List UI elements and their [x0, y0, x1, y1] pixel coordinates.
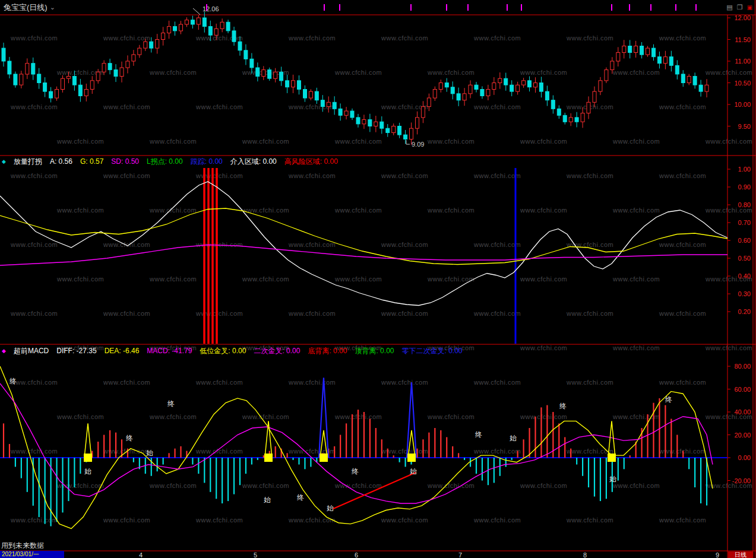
- indicator-marker-icon: ◆: [2, 348, 6, 354]
- axis-tick-label: 0.30: [729, 290, 751, 297]
- month-label[interactable]: 4: [139, 551, 143, 558]
- watermark: www.cfchi.com: [150, 275, 197, 283]
- watermark: www.cfchi.com: [289, 516, 336, 524]
- axis-tick-label: 0.80: [729, 201, 751, 208]
- month-label[interactable]: 8: [583, 551, 587, 558]
- watermark: www.cfchi.com: [659, 103, 706, 110]
- watermark: www.cfchi.com: [103, 241, 150, 248]
- future-data-note: 用到未来数据: [1, 541, 44, 551]
- indicator-label-item: 超前MACD: [14, 346, 49, 356]
- layout-icon[interactable]: ▤: [726, 4, 732, 11]
- watermark: www.cfchi.com: [150, 413, 197, 420]
- watermark: www.cfchi.com: [381, 103, 428, 110]
- indicator-label-item: 放量打拐: [14, 157, 42, 167]
- indicator-label-item: 二次金叉: 0.00: [254, 346, 300, 356]
- watermark: www.cfchi.com: [57, 275, 104, 283]
- corner-icon[interactable]: ▣: [747, 4, 752, 11]
- axis-tick-label: 0.60: [729, 237, 751, 244]
- watermark: www.cfchi.com: [567, 172, 613, 179]
- watermark: www.cfchi.com: [11, 448, 58, 455]
- month-label[interactable]: 5: [254, 551, 257, 558]
- indicator-label-item: A: 0.56: [50, 157, 72, 166]
- watermark: www.cfchi.com: [613, 413, 660, 420]
- watermark: www.cfchi.com: [659, 448, 706, 455]
- indicator-label-item: SD: 0.50: [111, 157, 139, 166]
- axis-tick-label: 11.00: [729, 58, 751, 65]
- watermark: www.cfchi.com: [520, 138, 567, 145]
- watermark: www.cfchi.com: [11, 379, 58, 386]
- watermark: www.cfchi.com: [196, 310, 243, 317]
- maximize-icon[interactable]: ❐: [737, 4, 743, 11]
- watermark: www.cfchi.com: [242, 275, 289, 283]
- watermark: www.cfchi.com: [11, 241, 58, 248]
- watermark: www.cfchi.com: [520, 344, 567, 351]
- watermark: www.cfchi.com: [11, 516, 58, 524]
- period-label[interactable]: 日线: [728, 551, 753, 558]
- axis-tick-label: 10.50: [729, 80, 751, 87]
- watermark: www.cfchi.com: [196, 448, 243, 455]
- watermark: www.cfchi.com: [659, 241, 706, 248]
- watermark: www.cfchi.com: [474, 379, 521, 386]
- watermark: www.cfchi.com: [57, 207, 104, 214]
- watermark: www.cfchi.com: [335, 482, 382, 489]
- watermark: www.cfchi.com: [567, 103, 613, 110]
- month-label[interactable]: 7: [458, 551, 462, 558]
- watermark: www.cfchi.com: [196, 34, 243, 42]
- watermark: www.cfchi.com: [381, 241, 428, 248]
- axis-tick-label: 20.00: [729, 432, 751, 439]
- watermark: www.cfchi.com: [335, 138, 382, 145]
- watermark: www.cfchi.com: [381, 448, 428, 455]
- chevron-down-icon[interactable]: ⌄: [50, 4, 55, 11]
- axis-tick-label: 40.00: [729, 408, 751, 416]
- watermark: www.cfchi.com: [289, 310, 336, 317]
- watermark: www.cfchi.com: [289, 172, 336, 179]
- watermark: www.cfchi.com: [428, 69, 475, 76]
- watermark: www.cfchi.com: [196, 241, 243, 248]
- watermark: www.cfchi.com: [335, 275, 382, 283]
- watermark: www.cfchi.com: [613, 482, 660, 489]
- axis-tick-label: 60.00: [729, 386, 751, 393]
- watermark: www.cfchi.com: [428, 207, 475, 214]
- indicator-label-item: 介入区域: 0.00: [230, 157, 277, 167]
- axis-tick-label: 11.50: [729, 36, 751, 43]
- watermark: www.cfchi.com: [289, 448, 336, 455]
- watermark: www.cfchi.com: [474, 34, 521, 42]
- watermark: www.cfchi.com: [196, 172, 243, 179]
- watermark: www.cfchi.com: [706, 344, 752, 351]
- watermark: www.cfchi.com: [428, 482, 475, 489]
- watermark: www.cfchi.com: [289, 34, 336, 42]
- watermark: www.cfchi.com: [381, 516, 428, 524]
- watermark: www.cfchi.com: [103, 310, 150, 317]
- watermark: www.cfchi.com: [289, 379, 336, 386]
- axis-tick-label: 1.00: [729, 166, 751, 173]
- watermark: www.cfchi.com: [57, 413, 104, 420]
- axis-tick-label: 0.90: [729, 183, 751, 191]
- axis-tick-label: 0.00: [729, 454, 751, 461]
- month-label[interactable]: 9: [716, 551, 719, 558]
- watermark: www.cfchi.com: [474, 103, 521, 110]
- watermark: www.cfchi.com: [567, 34, 613, 42]
- watermark: www.cfchi.com: [335, 207, 382, 214]
- watermark: www.cfchi.com: [659, 34, 706, 42]
- watermark: www.cfchi.com: [381, 310, 428, 317]
- month-label[interactable]: 6: [355, 551, 358, 558]
- watermark: www.cfchi.com: [11, 172, 58, 179]
- indicator-label-item: 高风险区域: 0.00: [284, 157, 338, 167]
- watermark: www.cfchi.com: [613, 207, 660, 214]
- axis-tick-label: 12.00: [729, 14, 751, 21]
- watermark: www.cfchi.com: [474, 172, 521, 179]
- watermark: www.cfchi.com: [196, 103, 243, 110]
- watermark: www.cfchi.com: [659, 172, 706, 179]
- axis-tick-label: 0.20: [729, 308, 751, 315]
- watermark: www.cfchi.com: [613, 69, 660, 76]
- watermark: www.cfchi.com: [242, 207, 289, 214]
- watermark: www.cfchi.com: [659, 379, 706, 386]
- watermark: www.cfchi.com: [103, 448, 150, 455]
- watermark: www.cfchi.com: [57, 482, 104, 489]
- watermark: www.cfchi.com: [289, 103, 336, 110]
- date-cell[interactable]: 2021/03/01/一: [0, 551, 64, 558]
- watermark: www.cfchi.com: [150, 207, 197, 214]
- watermark: www.cfchi.com: [567, 241, 613, 248]
- stock-chart-window: 兔宝宝(日线) ⌄ ▤ ❐ ▣ www.cfchi.comwww.cfchi.c…: [0, 0, 756, 558]
- indicator-label-item: 顶背离: 0.00: [355, 346, 394, 356]
